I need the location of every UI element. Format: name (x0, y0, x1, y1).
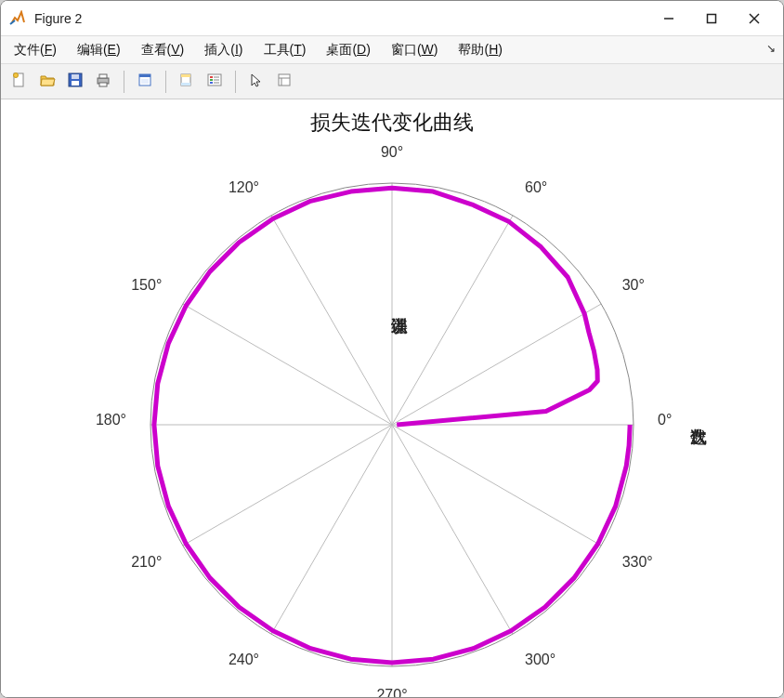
svg-rect-13 (139, 74, 150, 77)
angle-tick-label: 90° (381, 144, 403, 160)
angle-tick-label: 0° (658, 412, 672, 428)
svg-rect-11 (99, 83, 107, 86)
angle-tick-label: 60° (525, 179, 547, 195)
toolbar (1, 64, 783, 99)
svg-rect-7 (72, 74, 79, 79)
folder-open-icon (39, 72, 56, 92)
link-plot-button[interactable] (174, 69, 200, 95)
close-button[interactable] (733, 4, 776, 33)
svg-rect-19 (210, 76, 213, 78)
svg-rect-21 (210, 82, 213, 84)
angle-tick-label: 210° (131, 554, 162, 570)
theta-axis-label: 迭代次数 (690, 428, 708, 445)
svg-rect-8 (72, 81, 79, 86)
legend-icon (206, 72, 223, 92)
svg-rect-20 (210, 79, 213, 81)
angle-tick-label: 330° (622, 554, 653, 570)
angle-tick-label: 30° (622, 277, 645, 293)
titlebar: Figure 2 (1, 1, 783, 36)
toolbar-separator (165, 71, 166, 93)
cursor-icon (248, 72, 265, 92)
menu-tools[interactable]: 工具(T) (260, 40, 310, 60)
toolbar-separator (124, 71, 124, 93)
edit-plot-button[interactable] (243, 69, 269, 95)
chart-title: 损失迭代变化曲线 (1, 99, 783, 137)
menu-help[interactable]: 帮助(H) (454, 40, 505, 60)
property-inspector-icon (276, 72, 293, 92)
svg-rect-10 (99, 74, 107, 78)
svg-rect-17 (181, 83, 190, 86)
svg-rect-25 (279, 74, 290, 86)
new-figure-button[interactable] (7, 69, 33, 95)
svg-rect-1 (708, 14, 716, 22)
toolbar-overflow-icon[interactable]: ↘ (766, 42, 776, 55)
matlab-icon (8, 9, 27, 28)
angle-tick-label: 270° (376, 687, 407, 697)
link-plot-icon (178, 72, 195, 92)
angle-tick-label: 120° (229, 179, 259, 195)
angle-tick-label: 240° (229, 652, 259, 667)
menu-window[interactable]: 窗口(W) (387, 40, 442, 60)
property-inspector-button[interactable] (271, 69, 297, 95)
svg-rect-14 (141, 79, 149, 84)
window-title: Figure 2 (34, 11, 82, 26)
menu-insert[interactable]: 插入(I) (201, 40, 246, 60)
angle-tick-label: 180° (96, 412, 126, 428)
print-figure-button[interactable] (90, 69, 116, 95)
menu-file[interactable]: 文件(F) (10, 40, 60, 60)
copy-figure-icon (137, 72, 153, 92)
menu-edit[interactable]: 编辑(E) (73, 40, 124, 60)
menu-view[interactable]: 查看(V) (137, 40, 189, 60)
svg-point-5 (14, 72, 19, 77)
axes-area[interactable]: 损失迭代变化曲线 0°30°60°90°120°150°180°210°240°… (1, 99, 783, 697)
figure-window: Figure 2 文件(F) 编辑(E) 查看(V) 插入(I) 工具(T) 桌… (0, 0, 784, 698)
menubar: 文件(F) 编辑(E) 查看(V) 插入(I) 工具(T) 桌面(D) 窗口(W… (1, 36, 783, 64)
svg-rect-16 (181, 74, 190, 77)
new-file-icon (11, 72, 28, 92)
menu-desktop[interactable]: 桌面(D) (322, 40, 373, 60)
angle-tick-label: 300° (525, 652, 555, 667)
minimize-button[interactable] (647, 4, 690, 33)
printer-icon (95, 72, 111, 92)
polar-axes[interactable]: 0°30°60°90°120°150°180°210°240°270°300°3… (11, 137, 773, 697)
insert-legend-button[interactable] (202, 69, 228, 95)
floppy-disk-icon (67, 72, 84, 92)
copy-figure-button[interactable] (132, 69, 158, 95)
save-figure-button[interactable] (62, 69, 88, 95)
toolbar-separator (235, 71, 236, 93)
maximize-button[interactable] (690, 4, 733, 33)
angle-tick-label: 150° (131, 277, 162, 293)
open-file-button[interactable] (34, 69, 60, 95)
